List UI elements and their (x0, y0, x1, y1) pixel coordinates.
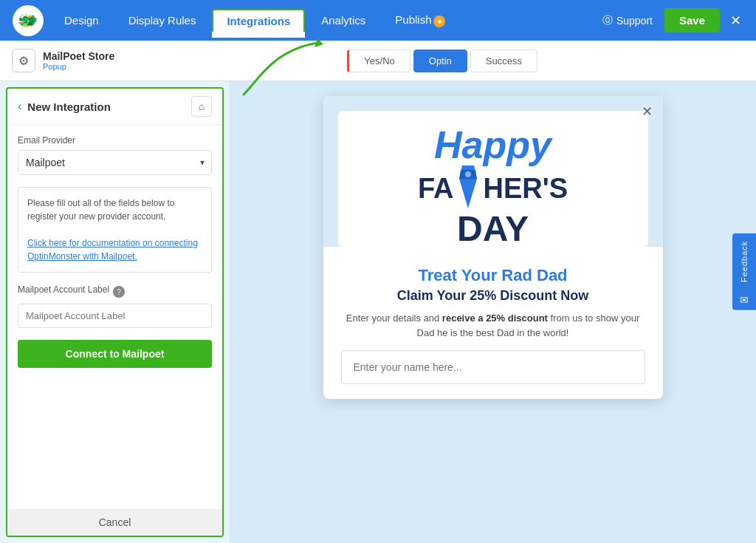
publish-badge: ● (433, 16, 445, 27)
close-button[interactable]: ✕ (723, 8, 749, 33)
logo-area: 🐲 (7, 0, 48, 41)
email-provider-select[interactable]: Mailpoet Mailchimp ActiveCampaign Conver… (18, 150, 212, 175)
email-provider-label: Email Provider (18, 135, 212, 146)
fathers-day-card: Happy FA HER'S DAY (338, 111, 648, 247)
feedback-mail-icon: ✉ (737, 290, 752, 310)
tie-icon (455, 165, 481, 211)
nav-analytics[interactable]: Analytics (308, 10, 379, 31)
view-tabs: Yes/No Optin Success (347, 49, 537, 72)
feedback-tab[interactable]: Feedback ✉ (732, 233, 756, 310)
back-button[interactable]: ‹ (18, 100, 21, 113)
cancel-button[interactable]: Cancel (7, 509, 222, 536)
save-button[interactable]: Save (664, 8, 720, 33)
sidebar-title: New Integration (27, 100, 185, 113)
nav-publish[interactable]: Publish● (382, 9, 458, 32)
account-label-section: Mailpoet Account Label ? (18, 284, 212, 328)
connect-button[interactable]: Connect to Mailpoet (18, 340, 212, 368)
popup-close-button[interactable]: ✕ (642, 103, 653, 120)
info-box: Please fill out all of the fields below … (18, 187, 212, 273)
home-button[interactable]: ⌂ (191, 96, 212, 117)
day-text: DAY (350, 211, 636, 247)
happy-text: Happy (350, 126, 636, 164)
popup-name: MailPoet Store (43, 50, 340, 62)
tab-yesno[interactable]: Yes/No (347, 49, 410, 72)
popup-preview: ✕ Happy FA HER'S DAY (323, 96, 663, 399)
settings-icon[interactable]: ⚙ (12, 49, 35, 72)
fathers-left: FA (418, 174, 454, 202)
tab-optin[interactable]: Optin (413, 49, 467, 72)
popup-body: Treat Your Rad Dad Claim Your 25% Discou… (323, 254, 663, 399)
popup-type: Popup (43, 62, 340, 71)
support-icon: ⓪ (602, 14, 613, 27)
sidebar: ‹ New Integration ⌂ Email Provider Mailp… (6, 87, 224, 537)
desc-text: Enter your details and receive a 25% dis… (341, 311, 645, 340)
claim-text: Claim Your 25% Discount Now (341, 288, 645, 304)
main-content: ✕ Happy FA HER'S DAY (230, 81, 756, 543)
sidebar-content: Email Provider Mailpoet Mailchimp Active… (7, 125, 222, 509)
name-input-preview[interactable] (341, 350, 645, 384)
popup-image-area: Happy FA HER'S DAY (323, 96, 663, 247)
info-text: Please fill out all of the fields below … (27, 197, 202, 223)
logo-icon: 🐲 (13, 5, 44, 36)
tab-success[interactable]: Success (470, 49, 537, 72)
account-label-input[interactable] (18, 304, 212, 328)
subtitle-bar: ⚙ MailPoet Store Popup Yes/No Optin Succ… (0, 41, 756, 81)
email-provider-select-wrapper: Mailpoet Mailchimp ActiveCampaign Conver… (18, 150, 212, 175)
top-navigation: 🐲 Design Display Rules Integrations Anal… (0, 0, 756, 41)
treat-text: Treat Your Rad Dad (341, 266, 645, 285)
support-button[interactable]: ⓪ Support (594, 10, 662, 32)
fathers-right: HER'S (483, 174, 568, 202)
popup-info: MailPoet Store Popup (43, 50, 340, 71)
main-layout: ‹ New Integration ⌂ Email Provider Mailp… (0, 81, 756, 543)
account-label-with-help: Mailpoet Account Label ? (18, 284, 212, 299)
svg-point-3 (465, 171, 471, 177)
sidebar-header: ‹ New Integration ⌂ (7, 89, 222, 125)
help-icon[interactable]: ? (113, 286, 125, 298)
nav-display-rules[interactable]: Display Rules (115, 10, 210, 31)
nav-integrations[interactable]: Integrations (212, 9, 305, 32)
account-label: Mailpoet Account Label (18, 284, 109, 295)
feedback-label: Feedback (737, 233, 752, 289)
doc-link[interactable]: Click here for documentation on connecti… (27, 238, 198, 262)
nav-design[interactable]: Design (51, 10, 112, 31)
